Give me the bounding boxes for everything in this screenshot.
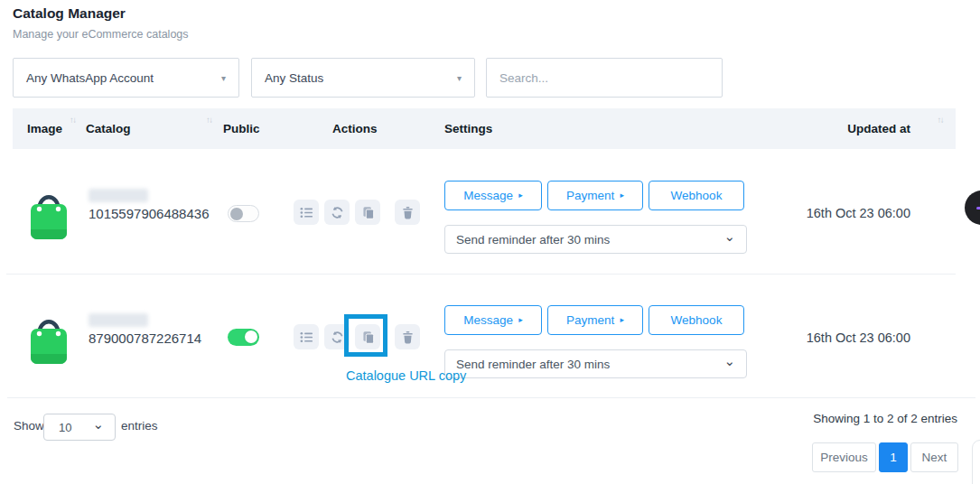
row-divider (7, 397, 975, 398)
chevron-down-icon: ⌄ (723, 233, 735, 240)
message-button-label: Message (463, 313, 513, 327)
catalog-id: 879000787226714 (89, 330, 201, 346)
copy-icon (361, 206, 375, 219)
public-toggle[interactable] (228, 205, 259, 222)
widget-icon (976, 207, 980, 209)
status-select[interactable]: Any Status ▾ (251, 58, 475, 98)
page-size-select[interactable]: 10 ⌄ (43, 414, 116, 441)
refresh-icon (331, 330, 344, 344)
catalog-bag-icon (25, 303, 72, 370)
column-header-updated-at[interactable]: Updated at (847, 108, 910, 149)
sync-catalog-button[interactable] (324, 200, 350, 225)
public-toggle[interactable] (228, 329, 259, 346)
list-icon (300, 206, 313, 219)
whatsapp-account-select[interactable]: Any WhatsApp Account ▾ (13, 58, 239, 98)
webhook-button-label: Webhook (671, 313, 723, 327)
catalogue-url-copy-button[interactable] (355, 200, 380, 225)
webhook-button-label: Webhook (671, 189, 723, 202)
catalog-name-redacted (89, 313, 148, 327)
toggle-knob (245, 330, 257, 343)
reminder-select-value: Send reminder after 30 mins (456, 233, 610, 247)
message-button-label: Message (463, 189, 513, 202)
chevron-down-icon: ⌄ (92, 421, 104, 428)
page-subtitle: Manage your eCommerce catalogs (13, 28, 189, 41)
column-header-image[interactable]: Image (27, 108, 62, 149)
delete-catalog-button[interactable] (395, 200, 420, 225)
reminder-select[interactable]: Send reminder after 30 mins ⌄ (444, 349, 747, 378)
annotation-highlight-box (344, 314, 387, 357)
toggle-knob (230, 208, 243, 220)
submenu-caret-icon: ▸ (518, 191, 523, 200)
column-header-public[interactable]: Public (223, 108, 260, 149)
column-header-catalog[interactable]: Catalog (86, 108, 131, 149)
sort-icon[interactable]: ↑↓ (206, 116, 212, 125)
updated-at: 16th Oct 23 06:00 (775, 330, 910, 345)
entries-label: entries (121, 419, 158, 433)
whatsapp-account-select-value: Any WhatsApp Account (26, 71, 154, 85)
message-settings-button[interactable]: Message ▸ (444, 305, 542, 335)
webhook-settings-button[interactable]: Webhook (649, 181, 744, 210)
webhook-settings-button[interactable]: Webhook (649, 305, 744, 335)
message-settings-button[interactable]: Message ▸ (444, 181, 542, 210)
annotation-label: Catalogue URL copy (346, 368, 466, 383)
status-select-value: Any Status (265, 71, 323, 85)
page-title: Catalog Manager (13, 5, 126, 22)
refresh-icon (331, 206, 344, 219)
table-header: Image ↑↓ Catalog ↑↓ Public Actions Setti… (13, 108, 956, 149)
trash-icon (401, 206, 415, 219)
sort-icon[interactable]: ↑↓ (70, 116, 76, 125)
submenu-caret-icon: ▸ (620, 316, 624, 324)
catalog-id: 1015597906488436 (89, 206, 209, 221)
sort-icon[interactable]: ↑↓ (938, 116, 944, 125)
previous-page-button[interactable]: Previous (812, 442, 876, 472)
page-size-value: 10 (59, 421, 71, 434)
submenu-caret-icon: ▸ (620, 191, 624, 200)
page-number-button[interactable]: 1 (879, 442, 908, 472)
row-divider (6, 274, 956, 275)
column-header-actions[interactable]: Actions (332, 108, 378, 149)
reminder-select[interactable]: Send reminder after 30 mins ⌄ (444, 225, 747, 254)
entries-summary: Showing 1 to 2 of 2 entries (777, 412, 957, 425)
show-label: Show (14, 419, 44, 433)
payment-settings-button[interactable]: Payment ▸ (547, 181, 643, 210)
partial-panel-edge (972, 440, 980, 484)
search-input[interactable] (486, 58, 723, 98)
catalog-items-button[interactable] (294, 200, 319, 225)
trash-icon (401, 330, 415, 344)
payment-button-label: Payment (566, 189, 614, 202)
submenu-caret-icon: ▸ (518, 316, 523, 324)
column-header-settings[interactable]: Settings (444, 108, 492, 149)
chevron-down-icon: ▾ (221, 73, 226, 83)
list-icon (300, 330, 313, 344)
chevron-down-icon: ▾ (457, 73, 462, 83)
chevron-down-icon: ⌄ (723, 358, 735, 365)
payment-button-label: Payment (566, 313, 614, 327)
reminder-select-value: Send reminder after 30 mins (456, 358, 610, 371)
floating-widget-button[interactable] (965, 191, 980, 225)
next-page-button[interactable]: Next (910, 442, 958, 472)
updated-at: 16th Oct 23 06:00 (775, 206, 910, 220)
delete-catalog-button[interactable] (395, 324, 420, 349)
catalog-items-button[interactable] (294, 324, 319, 349)
catalog-bag-icon (25, 179, 72, 246)
catalog-name-redacted (89, 189, 148, 202)
payment-settings-button[interactable]: Payment ▸ (547, 305, 643, 335)
